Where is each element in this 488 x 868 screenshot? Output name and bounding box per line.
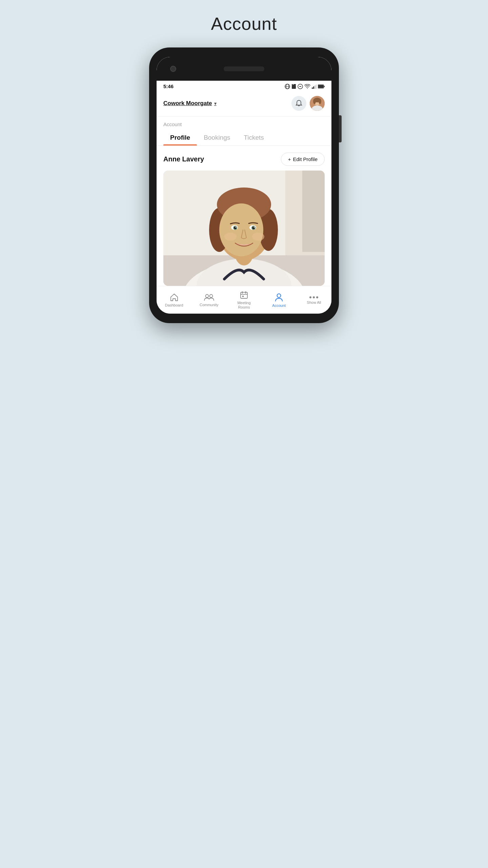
workspace-selector[interactable]: Cowork Moorgate ▾: [163, 100, 217, 107]
phone-screen: 5:46: [157, 57, 331, 314]
phone-frame: 5:46: [149, 47, 339, 323]
svg-rect-23: [302, 171, 325, 252]
tab-tickets[interactable]: Tickets: [237, 129, 270, 145]
nav-account[interactable]: Account: [262, 290, 297, 311]
svg-point-17: [313, 99, 316, 104]
edit-profile-button[interactable]: + Edit Profile: [281, 153, 325, 166]
svg-rect-13: [324, 86, 325, 87]
nav-show-all[interactable]: Show All: [297, 290, 331, 311]
edit-profile-label: Edit Profile: [293, 156, 318, 162]
nav-dashboard[interactable]: Dashboard: [157, 290, 191, 311]
storage-icon: [291, 84, 296, 89]
notifications-button[interactable]: [291, 96, 306, 111]
person-icon: [275, 293, 283, 302]
dnd-icon: [298, 84, 303, 89]
status-icons: [285, 84, 325, 89]
front-camera: [170, 66, 176, 72]
edit-icon: +: [288, 156, 291, 162]
status-time: 5:46: [163, 83, 174, 89]
bell-icon: [296, 100, 302, 107]
svg-point-54: [316, 296, 318, 298]
chevron-down-icon: ▾: [214, 101, 217, 106]
svg-rect-8: [313, 86, 314, 89]
svg-point-18: [319, 99, 321, 104]
dots-icon: [309, 296, 319, 299]
speaker: [224, 66, 264, 71]
signal-icon: [312, 84, 317, 89]
wifi-icon: [304, 84, 310, 89]
nav-account-label: Account: [272, 303, 286, 308]
nav-meeting-rooms[interactable]: Meeting Rooms: [226, 290, 261, 311]
svg-rect-7: [312, 87, 313, 89]
calendar-icon: [240, 291, 248, 299]
profile-photo-container: [157, 171, 331, 286]
user-name: Anne Lavery: [163, 155, 204, 163]
status-bar: 5:46: [157, 81, 331, 92]
battery-icon: [318, 84, 325, 88]
svg-rect-9: [314, 85, 316, 89]
svg-point-53: [313, 296, 315, 298]
nav-meeting-rooms-label: Meeting Rooms: [237, 301, 250, 310]
svg-rect-10: [316, 84, 317, 89]
header-actions: [291, 96, 325, 111]
app-header: Cowork Moorgate ▾: [157, 92, 331, 117]
svg-rect-50: [242, 296, 244, 297]
globe-icon: [285, 84, 290, 89]
svg-point-33: [219, 203, 263, 256]
bottom-nav: Dashboard Community: [157, 286, 331, 314]
svg-point-42: [236, 227, 237, 228]
svg-point-51: [277, 294, 281, 297]
tab-bookings[interactable]: Bookings: [197, 129, 237, 145]
account-section-label: Account: [157, 117, 331, 129]
svg-rect-12: [318, 85, 323, 88]
svg-rect-46: [241, 292, 247, 298]
people-icon: [204, 294, 214, 301]
profile-photo: [163, 171, 325, 286]
nav-dashboard-label: Dashboard: [165, 303, 183, 308]
phone-top-bar: [157, 57, 331, 81]
svg-point-35: [252, 233, 264, 241]
profile-header: Anne Lavery + Edit Profile: [157, 146, 331, 171]
tab-profile[interactable]: Profile: [163, 129, 197, 145]
svg-point-45: [209, 294, 212, 297]
nav-community[interactable]: Community: [191, 290, 226, 311]
tabs-bar: Profile Bookings Tickets: [157, 129, 331, 146]
page-title: Account: [211, 14, 277, 34]
workspace-label: Cowork Moorgate: [163, 100, 212, 107]
svg-point-34: [224, 233, 237, 241]
user-avatar-header[interactable]: [310, 96, 325, 111]
svg-point-44: [205, 294, 208, 297]
home-icon: [170, 293, 179, 301]
svg-point-52: [309, 296, 311, 298]
svg-marker-4: [292, 84, 296, 85]
svg-rect-3: [292, 85, 296, 89]
nav-community-label: Community: [200, 303, 219, 307]
nav-show-all-label: Show All: [307, 300, 321, 305]
svg-point-43: [254, 227, 255, 228]
